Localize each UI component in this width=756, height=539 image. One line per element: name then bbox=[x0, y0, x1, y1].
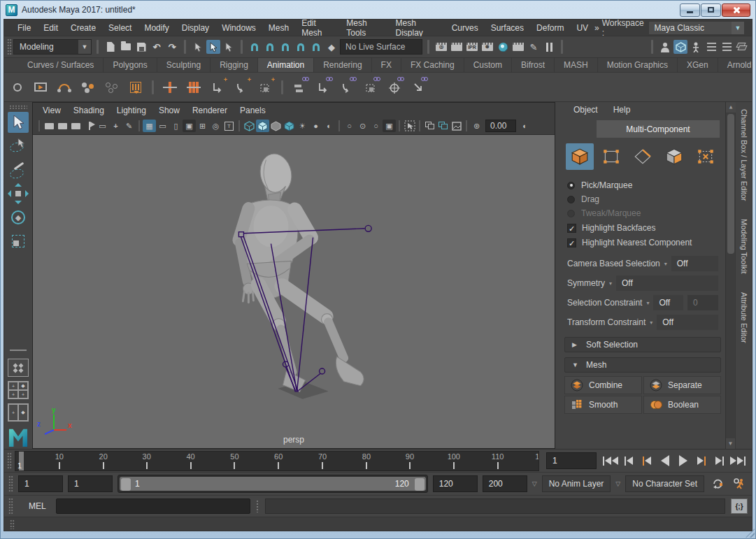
parent-constraint-button[interactable] bbox=[288, 76, 311, 99]
play-backwards-button[interactable] bbox=[657, 452, 673, 469]
shelf-tab-custom[interactable]: Custom bbox=[464, 58, 512, 72]
command-input[interactable] bbox=[56, 498, 250, 514]
time-slider[interactable]: 1 10 20 30 40 50 60 70 80 90 100 110 120 bbox=[15, 451, 539, 471]
play-forwards-button[interactable] bbox=[675, 452, 692, 469]
workspace-dropdown[interactable]: Maya Classic ▼ bbox=[648, 21, 745, 35]
set-scale-key-button[interactable]: + bbox=[254, 76, 276, 99]
pole-vector-constraint-button[interactable] bbox=[407, 76, 429, 99]
plugin-display-button[interactable]: ▣ bbox=[383, 120, 396, 132]
range-slider[interactable]: 1 120 bbox=[117, 475, 428, 493]
set-key-button[interactable] bbox=[159, 76, 181, 99]
range-fill[interactable] bbox=[120, 477, 426, 491]
viewport-menu-view[interactable]: View bbox=[37, 104, 66, 117]
range-end-handle[interactable] bbox=[415, 478, 425, 491]
humanik-toggle[interactable] bbox=[689, 40, 703, 54]
drag-radio[interactable]: Drag bbox=[567, 192, 718, 206]
camera-based-selection-value[interactable]: Off bbox=[671, 256, 718, 271]
step-forward-frame-button[interactable] bbox=[711, 452, 728, 469]
safe-action-toggle[interactable]: ◎ bbox=[209, 120, 222, 132]
close-button[interactable] bbox=[722, 3, 750, 17]
shelf-tab-polygons[interactable]: Polygons bbox=[104, 58, 157, 72]
mesh-section[interactable]: ▼ Mesh bbox=[564, 357, 721, 373]
occlusion-button[interactable]: ◐ bbox=[322, 120, 336, 132]
scroll-down-icon[interactable]: ▼ bbox=[726, 438, 736, 449]
snap-to-view-plane-button[interactable] bbox=[309, 40, 323, 54]
ghosting-editor-button[interactable] bbox=[124, 76, 147, 99]
render-settings-button[interactable]: ⊛ bbox=[480, 40, 494, 54]
multi-component-mode-button[interactable] bbox=[692, 143, 720, 170]
motion-trail-button[interactable] bbox=[53, 76, 76, 99]
scroll-up-icon[interactable]: ▼ bbox=[726, 102, 736, 113]
select-camera-button[interactable] bbox=[43, 120, 56, 132]
layout-single-pane-button[interactable] bbox=[8, 359, 29, 377]
shelf-tab-curves-surfaces[interactable]: Curves / Surfaces bbox=[18, 58, 104, 72]
anim-layer-selector[interactable]: No Anim Layer bbox=[542, 475, 611, 492]
rotate-tool[interactable]: ◆ bbox=[8, 207, 29, 228]
aim-constraint-button[interactable] bbox=[383, 76, 406, 99]
xray-active-components-button[interactable]: ○ bbox=[369, 120, 383, 132]
menu-curves[interactable]: Curves bbox=[445, 21, 485, 35]
wireframe-display-button[interactable] bbox=[243, 120, 256, 132]
face-mode-button[interactable] bbox=[660, 143, 688, 170]
snap-to-point-button[interactable] bbox=[278, 40, 292, 54]
menu-set-dropdown[interactable]: Modeling ▼ bbox=[13, 39, 92, 55]
pan-zoom-button[interactable]: + bbox=[109, 120, 122, 132]
shelf-tab-rendering[interactable]: Rendering bbox=[314, 58, 371, 72]
point-constraint-button[interactable] bbox=[312, 76, 334, 99]
animation-start-field[interactable]: 1 bbox=[18, 475, 63, 492]
command-grip[interactable] bbox=[8, 498, 13, 515]
gate-mask-toggle[interactable]: ▣ bbox=[183, 120, 196, 132]
toolkit-menu-object[interactable]: Object bbox=[567, 103, 604, 116]
orient-constraint-button[interactable] bbox=[336, 76, 358, 99]
wireframe-on-shaded-button[interactable] bbox=[269, 120, 283, 132]
tab-channel-box-layer-editor[interactable]: Channel Box / Layer Editor bbox=[739, 105, 750, 205]
tool-settings-toggle[interactable] bbox=[720, 40, 734, 54]
use-all-lights-button[interactable]: ☀ bbox=[296, 120, 309, 132]
highlight-backfaces-checkbox[interactable]: ✓ Highlight Backfaces bbox=[567, 221, 718, 235]
redo-button[interactable]: ↷ bbox=[165, 40, 179, 54]
go-to-start-button[interactable] bbox=[602, 452, 619, 469]
menu-create[interactable]: Create bbox=[64, 21, 102, 35]
titlebar[interactable]: M Autodesk Maya 2017: untitled* bbox=[1, 1, 755, 19]
toolbar-separator[interactable] bbox=[241, 40, 243, 54]
grease-pencil-button[interactable]: ✎ bbox=[122, 120, 136, 132]
paint-select-tool[interactable] bbox=[8, 159, 29, 180]
channel-box-toggle[interactable] bbox=[735, 40, 749, 54]
smooth-button[interactable]: Smooth bbox=[564, 396, 642, 414]
scale-constraint-button[interactable] bbox=[359, 76, 382, 99]
chevron-down-icon[interactable]: ▾ bbox=[650, 319, 652, 326]
set-translate-key-button[interactable]: + bbox=[206, 76, 229, 99]
film-gate-toggle[interactable]: ▭ bbox=[156, 120, 169, 132]
symmetry-value[interactable]: Off bbox=[616, 275, 718, 291]
render-view-button[interactable]: ◎ bbox=[434, 40, 448, 54]
snap-to-curve-button[interactable] bbox=[263, 40, 277, 54]
resolution-gate-toggle[interactable]: ▯ bbox=[169, 120, 183, 132]
tab-attribute-editor[interactable]: Attribute Editor bbox=[739, 288, 750, 347]
help-grip[interactable] bbox=[10, 519, 15, 529]
menu-surfaces[interactable]: Surfaces bbox=[485, 21, 530, 35]
tab-modeling-toolkit[interactable]: Modeling Toolkit bbox=[739, 215, 750, 278]
chevron-down-icon[interactable]: ▾ bbox=[609, 280, 612, 287]
pause-viewport-button[interactable] bbox=[542, 40, 556, 54]
hypershade-button[interactable] bbox=[496, 40, 510, 54]
exposure-button[interactable]: ⊛ bbox=[470, 120, 483, 132]
playback-end-field[interactable]: 120 bbox=[433, 475, 478, 492]
undo-button[interactable]: ↶ bbox=[150, 40, 164, 54]
layout-two-pane-button[interactable]: +◆ bbox=[8, 403, 29, 422]
viewport-menu-renderer[interactable]: Renderer bbox=[187, 104, 233, 117]
image-plane-button[interactable]: ▭ bbox=[96, 120, 109, 132]
chevron-down-icon[interactable]: ▾ bbox=[664, 261, 667, 267]
vertex-mode-button[interactable] bbox=[597, 143, 625, 170]
set-key-all-button[interactable] bbox=[183, 76, 205, 99]
shelf-tab-bifrost[interactable]: Bifrost bbox=[512, 58, 555, 72]
transform-constraint-value[interactable]: Off bbox=[657, 315, 718, 330]
menu-select[interactable]: Select bbox=[102, 21, 138, 35]
set-rotate-key-button[interactable]: + bbox=[230, 76, 252, 99]
snap-to-grid-button[interactable] bbox=[248, 40, 262, 54]
shelf-tab-animation[interactable]: Animation bbox=[258, 58, 314, 72]
shelf-tab-fx[interactable]: FX bbox=[372, 58, 401, 72]
toolbar-separator[interactable] bbox=[427, 40, 429, 54]
menu-windows[interactable]: Windows bbox=[215, 21, 262, 35]
isolate-select-button[interactable] bbox=[403, 120, 416, 132]
scrollbar-thumb[interactable] bbox=[727, 114, 734, 254]
